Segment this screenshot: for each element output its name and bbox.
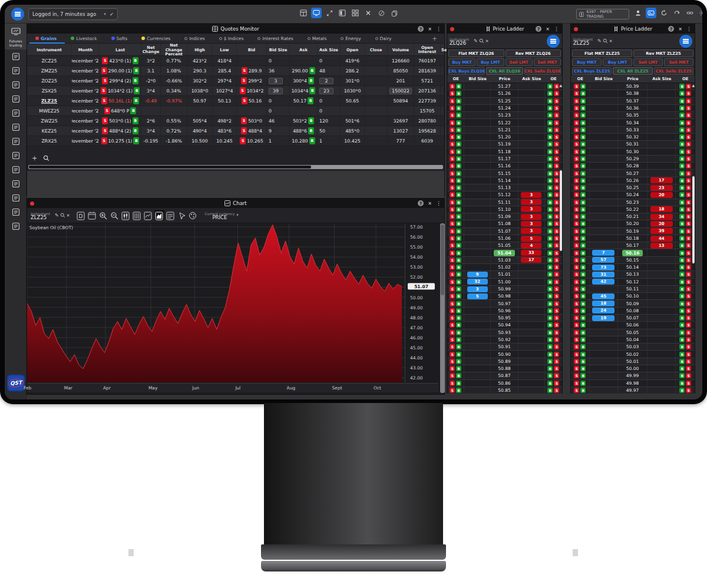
sell-order-badge[interactable]: S bbox=[450, 272, 455, 277]
bid-size-cell[interactable] bbox=[464, 163, 491, 169]
ask-size-value[interactable]: 3 bbox=[521, 199, 541, 205]
scrollbar-thumb[interactable] bbox=[441, 224, 444, 295]
sell-order-badge[interactable]: S bbox=[686, 113, 691, 118]
buy-order-badge[interactable]: B bbox=[456, 301, 461, 306]
sell-order-badge[interactable]: S bbox=[574, 243, 579, 248]
sell-order-badge[interactable]: S bbox=[554, 301, 559, 306]
ask-size-cell[interactable] bbox=[647, 336, 676, 343]
sell-order-badge[interactable]: S bbox=[574, 163, 579, 169]
buy-order-badge[interactable]: B bbox=[456, 171, 461, 176]
price-cell[interactable]: 51.04 bbox=[491, 249, 518, 256]
bid-size-cell[interactable]: 5 bbox=[464, 293, 491, 299]
help-icon[interactable]: ? bbox=[668, 26, 674, 32]
price-cell[interactable]: 50.94 bbox=[491, 322, 518, 328]
ask-size-cell[interactable] bbox=[647, 293, 676, 299]
bid-size-value[interactable]: 32 bbox=[467, 279, 488, 285]
sell-order-badge[interactable]: S bbox=[450, 192, 455, 197]
buy-order-badge[interactable]: B bbox=[679, 200, 685, 205]
buy-order-badge[interactable]: B bbox=[456, 337, 461, 342]
bid-size-cell[interactable]: 57 bbox=[590, 257, 618, 263]
ask-size-cell[interactable] bbox=[647, 98, 676, 104]
help-icon[interactable]: ? bbox=[418, 200, 424, 206]
bid-size-cell[interactable] bbox=[590, 83, 618, 90]
sell-order-badge[interactable]: S bbox=[574, 286, 579, 292]
ask-size-cell[interactable]: 3 bbox=[518, 199, 545, 206]
ask-size-cell[interactable]: 3 bbox=[518, 228, 545, 234]
bid-size-cell[interactable]: 19 bbox=[590, 315, 618, 321]
buy-order-badge[interactable]: B bbox=[456, 388, 461, 393]
ladder-row-51.08[interactable]: SB51.083BS bbox=[447, 220, 562, 227]
buy-order-badge[interactable]: B bbox=[547, 359, 553, 364]
sell-order-badge[interactable]: S bbox=[450, 330, 455, 335]
sell-order-badge[interactable]: S bbox=[686, 149, 691, 154]
buy-order-badge[interactable]: B bbox=[547, 286, 553, 292]
sell-order-badge[interactable]: S bbox=[686, 207, 691, 212]
buy-mkt-button[interactable]: Buy MKT bbox=[572, 58, 602, 66]
buy-order-badge[interactable]: B bbox=[679, 279, 685, 285]
buy-order-badge[interactable]: B bbox=[679, 178, 685, 183]
ask-size-cell[interactable] bbox=[518, 264, 545, 270]
bid-size-cell[interactable] bbox=[464, 315, 491, 321]
sell-order-badge[interactable]: S bbox=[450, 221, 455, 226]
price-cell[interactable]: 51.03 bbox=[491, 257, 518, 263]
price-cell[interactable]: 50.25 bbox=[618, 184, 647, 191]
pencil-icon[interactable]: ✎ bbox=[474, 38, 478, 44]
sell-order-badge[interactable]: S bbox=[686, 352, 691, 357]
ask-size-cell[interactable]: 18 bbox=[647, 206, 676, 213]
sell-order-badge[interactable]: S bbox=[450, 373, 455, 378]
more-options-icon[interactable]: ⋮ bbox=[436, 26, 441, 32]
ladder-row-50.06[interactable]: SB50.06BS bbox=[571, 322, 695, 329]
sell-order-badge[interactable]: S bbox=[450, 366, 455, 371]
help-icon[interactable]: ? bbox=[418, 26, 424, 32]
ladder-row-50.33[interactable]: SB50.33BS bbox=[571, 127, 695, 134]
ask-size-cell[interactable] bbox=[518, 365, 545, 372]
buy-badge[interactable]: B bbox=[309, 137, 315, 144]
sell-order-badge[interactable]: S bbox=[450, 163, 455, 169]
indicators-icon[interactable] bbox=[166, 210, 176, 220]
sell-order-badge[interactable]: S bbox=[450, 315, 455, 321]
column-header[interactable]: Bid Size bbox=[464, 75, 491, 82]
sell-order-badge[interactable]: S bbox=[574, 373, 579, 378]
price-cell[interactable]: 51.15 bbox=[491, 170, 518, 176]
ask-size-cell[interactable] bbox=[647, 105, 676, 111]
table-row-zoz25[interactable]: ZOZ25December '25S299*4 (2)B-2*0-0.66%30… bbox=[27, 76, 444, 86]
price-cell[interactable]: 51.10 bbox=[491, 206, 518, 213]
buy-order-badge[interactable]: B bbox=[456, 344, 461, 349]
buy-order-badge[interactable]: B bbox=[580, 337, 586, 342]
ask-size-cell[interactable]: 4 bbox=[518, 242, 545, 249]
buy-order-badge[interactable]: B bbox=[580, 381, 586, 386]
ladder-row-50.99[interactable]: SB350.99BS bbox=[447, 286, 562, 293]
sell-order-badge[interactable]: S bbox=[450, 91, 455, 96]
ladder-row-50.31[interactable]: SB50.31BS bbox=[571, 141, 695, 148]
sell-order-badge[interactable]: S bbox=[450, 200, 455, 205]
close-icon[interactable] bbox=[363, 8, 374, 18]
bid-size-cell[interactable] bbox=[464, 170, 491, 176]
price-cell[interactable]: 51.11 bbox=[491, 199, 518, 206]
ask-size-value[interactable]: 18 bbox=[650, 206, 673, 212]
sell-order-badge[interactable]: S bbox=[686, 134, 691, 140]
split-view-icon[interactable] bbox=[337, 8, 348, 18]
ask-size-cell[interactable] bbox=[647, 112, 676, 118]
price-cell[interactable]: 51.24 bbox=[491, 105, 518, 111]
buy-order-badge[interactable]: B bbox=[580, 192, 586, 197]
ladder-row-51.03[interactable]: SB51.0317BS bbox=[447, 257, 562, 264]
buy-order-badge[interactable]: B bbox=[580, 272, 586, 277]
column-header[interactable]: Ask bbox=[290, 44, 318, 57]
buy-order-badge[interactable]: B bbox=[456, 243, 461, 248]
buy-order-badge[interactable]: B bbox=[456, 279, 461, 285]
bid-size-cell[interactable] bbox=[590, 134, 618, 140]
buy-order-badge[interactable]: B bbox=[580, 373, 586, 378]
sell-order-badge[interactable]: S bbox=[450, 105, 455, 111]
sell-order-badge[interactable]: S bbox=[574, 279, 579, 285]
buy-order-badge[interactable]: B bbox=[456, 315, 461, 321]
link-icon[interactable] bbox=[685, 8, 695, 18]
sell-order-badge[interactable]: S bbox=[450, 265, 455, 270]
price-cell[interactable]: 50.02 bbox=[618, 351, 647, 357]
ask-size-cell[interactable] bbox=[518, 170, 545, 176]
bid-size-cell[interactable] bbox=[590, 228, 618, 234]
sidebar-item-price-ladder[interactable] bbox=[5, 92, 27, 106]
price-cell[interactable]: 50.33 bbox=[618, 127, 647, 133]
ask-size-cell[interactable] bbox=[518, 271, 545, 278]
bid-size-cell[interactable] bbox=[464, 249, 491, 256]
ladder-row-50.38[interactable]: SB50.38BS bbox=[571, 90, 695, 97]
